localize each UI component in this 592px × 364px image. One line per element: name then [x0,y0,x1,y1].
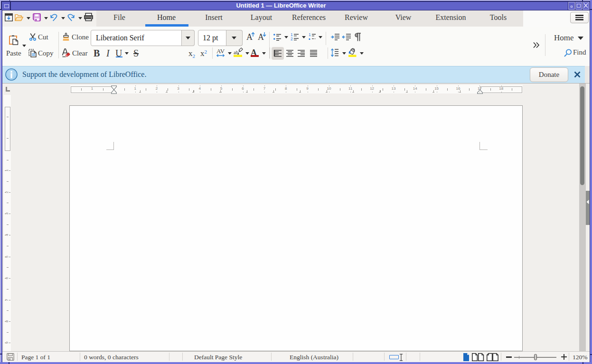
svg-text:2: 2 [291,37,293,41]
svg-text:AV: AV [216,47,225,55]
svg-text:1: 1 [309,32,311,37]
